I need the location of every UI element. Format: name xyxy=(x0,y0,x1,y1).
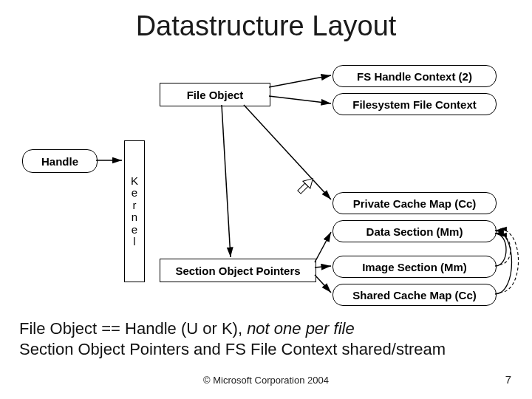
box-fs-file-context: Filesystem File Context xyxy=(332,93,497,115)
svg-line-4 xyxy=(222,105,231,257)
page-title: Datastructure Layout xyxy=(0,10,532,42)
box-kernel: Kernel xyxy=(124,140,145,282)
box-image-section: Image Section (Mm) xyxy=(332,256,497,278)
body-line-1b: not one per file xyxy=(247,319,355,338)
svg-line-6 xyxy=(315,266,331,267)
box-file-object: File Object xyxy=(160,83,270,106)
page-number: 7 xyxy=(505,373,511,386)
svg-line-7 xyxy=(315,275,331,293)
svg-rect-8 xyxy=(298,183,308,194)
body-line-1: File Object == Handle (U or K), not one … xyxy=(19,319,355,338)
svg-line-5 xyxy=(315,232,331,262)
body-line-2: Section Object Pointers and FS File Cont… xyxy=(19,340,446,359)
svg-line-2 xyxy=(269,96,331,103)
body-line-1a: File Object == Handle (U or K), xyxy=(19,319,247,338)
kernel-letters: Kernel xyxy=(131,175,138,248)
box-data-section: Data Section (Mm) xyxy=(332,220,497,242)
box-section-pointers: Section Object Pointers xyxy=(160,259,316,282)
svg-line-3 xyxy=(244,105,331,200)
box-fs-handle-context: FS Handle Context (2) xyxy=(332,65,497,87)
box-private-cache: Private Cache Map (Cc) xyxy=(332,192,497,214)
box-shared-cache: Shared Cache Map (Cc) xyxy=(332,284,497,306)
box-handle: Handle xyxy=(22,149,98,173)
footer-copyright: © Microsoft Corporation 2004 xyxy=(0,375,532,386)
svg-line-1 xyxy=(269,75,331,87)
